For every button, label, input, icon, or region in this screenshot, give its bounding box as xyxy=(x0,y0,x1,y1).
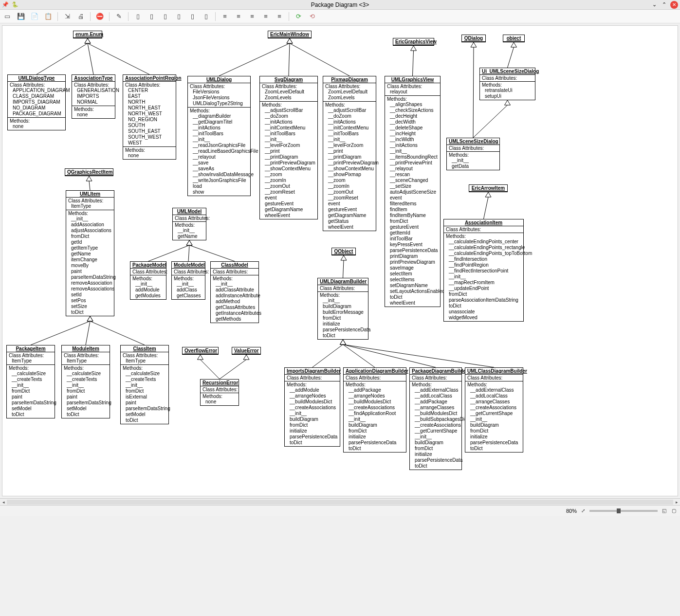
copy-icon[interactable]: 📋 xyxy=(44,12,53,21)
uml-class-ImportsDiagramBuilder[interactable]: ImportsDiagramBuilderClass Attributes:Me… xyxy=(284,367,340,447)
uml-class-UMLDialog[interactable]: UMLDialogClass Attributes: FileVersions … xyxy=(187,76,251,196)
uml-class-EricArrowItem[interactable]: EricArrowItem xyxy=(469,184,508,192)
align-3-icon[interactable]: ▯ xyxy=(161,12,169,21)
separator xyxy=(215,12,216,21)
scroll-left-icon[interactable]: ◂ xyxy=(0,500,7,505)
uml-class-UMLClassDiagramBuilder[interactable]: UMLClassDiagramBuilderClass Attributes:M… xyxy=(465,367,523,453)
scroll-track[interactable] xyxy=(7,500,673,505)
uml-class-ClassItem[interactable]: ClassItemClass Attributes: ItemTypeMetho… xyxy=(120,345,169,424)
svg-marker-45 xyxy=(340,340,346,344)
align-6-icon[interactable]: ▯ xyxy=(202,12,210,21)
minimize-icon[interactable]: ⌄ xyxy=(651,1,658,8)
uml-class-QObject[interactable]: QObject xyxy=(331,248,356,255)
zoom-fit-icon[interactable]: ◱ xyxy=(661,507,667,514)
svg-marker-27 xyxy=(87,316,93,321)
class-attributes: Class Attributes: ItemType xyxy=(62,352,110,365)
uml-class-Ui_UMLSceneSizeDialog[interactable]: Ui_UMLSceneSizeDialogClass Attributes:Me… xyxy=(479,68,535,100)
uml-class-ClassModel[interactable]: ClassModelClass Attributes:Methods: __in… xyxy=(210,261,259,323)
uml-class-ApplicationDiagramBuilder[interactable]: ApplicationDiagramBuilderClass Attribute… xyxy=(343,367,406,453)
scroll-right-icon[interactable]: ▸ xyxy=(673,500,680,505)
class-methods: Methods: __addModule __arrangeNodes __bu… xyxy=(285,381,340,446)
class-name: ClassItem xyxy=(121,345,168,352)
class-name: ModuleItem xyxy=(62,345,110,352)
uml-class-EricGraphicsView[interactable]: EricGraphicsView xyxy=(393,38,434,46)
uml-class-ModuleModel[interactable]: ModuleModelClass Attributes:Methods: __i… xyxy=(171,261,205,300)
class-name: OverflowError xyxy=(183,347,218,354)
uml-class-UMLItem[interactable]: UMLItemClass Attributes: ItemTypeMethods… xyxy=(66,190,114,316)
refresh-icon[interactable]: ⟳ xyxy=(294,12,303,21)
align-2-icon[interactable]: ▯ xyxy=(147,12,156,21)
class-methods: Methods: __adjustScrollBar __doZoom __in… xyxy=(260,102,317,219)
class-name: UMLClassDiagramBuilder xyxy=(465,368,523,375)
title-bar: 📌 🐍 Package Diagram <3> ⌄ ⌃ ✕ xyxy=(0,0,680,10)
class-name: PixmapDiagram xyxy=(323,76,376,83)
uml-class-UMLDiagramBuilder[interactable]: UMLDiagramBuilderClass Attributes:Method… xyxy=(317,278,368,340)
svg-marker-37 xyxy=(341,255,347,260)
separator xyxy=(57,12,58,21)
stop-icon[interactable]: ⛔ xyxy=(95,12,104,21)
class-name: enum.Enum xyxy=(74,31,102,38)
uml-class-QGraphicsRectItem[interactable]: QGraphicsRectItem xyxy=(65,168,113,176)
save-icon[interactable]: 💾 xyxy=(17,12,25,21)
uml-class-PixmapDiagram[interactable]: PixmapDiagramClass Attributes: ZoomLevel… xyxy=(323,76,376,231)
uml-class-enumEnum[interactable]: enum.Enum xyxy=(73,31,102,38)
svg-marker-11 xyxy=(287,38,293,43)
dist-4-icon[interactable]: ≡ xyxy=(261,12,270,21)
uml-class-AssociationPointRegion[interactable]: AssociationPointRegionClass Attributes: … xyxy=(123,74,176,160)
uml-class-PackageModel[interactable]: PackageModelClass Attributes:Methods: __… xyxy=(130,261,166,300)
new-icon[interactable]: ▭ xyxy=(3,12,12,21)
save-as-icon[interactable]: 📄 xyxy=(30,12,39,21)
edit-icon[interactable]: ✎ xyxy=(114,12,123,21)
dist-1-icon[interactable]: ≡ xyxy=(221,12,229,21)
separator xyxy=(90,12,91,21)
svg-line-42 xyxy=(343,344,436,367)
uml-class-PackageDiagramBuilder[interactable]: PackageDiagramBuilderClass Attributes:Me… xyxy=(409,367,462,470)
uml-class-PackageItem[interactable]: PackageItemClass Attributes: ItemTypeMet… xyxy=(6,345,55,418)
svg-line-12 xyxy=(413,51,414,76)
uml-class-ValueError[interactable]: ValueError xyxy=(232,347,261,355)
print-icon[interactable]: 🖨 xyxy=(76,12,85,21)
pin-icon[interactable]: 📌 xyxy=(2,1,9,8)
zoom-out-icon[interactable]: ⤢ xyxy=(580,507,587,514)
separator xyxy=(109,12,110,21)
uml-class-UMLSceneSizeDialog[interactable]: UMLSceneSizeDialogClass Attributes:Metho… xyxy=(446,138,500,170)
dist-5-icon[interactable]: ≡ xyxy=(275,12,284,21)
uml-class-RecursionError[interactable]: RecursionErrorClass Attributes:Methods: … xyxy=(200,379,239,406)
dist-2-icon[interactable]: ≡ xyxy=(234,12,243,21)
svg-marker-25 xyxy=(87,316,93,321)
diagram-canvas[interactable]: enum.EnumEricMainWindowEricGraphicsViewQ… xyxy=(2,25,678,496)
uml-class-object[interactable]: object xyxy=(503,35,525,42)
class-methods: Methods: __init__ addModule getModules xyxy=(130,275,166,299)
export-icon[interactable]: ⇲ xyxy=(63,12,72,21)
uml-class-ModuleItem[interactable]: ModuleItemClass Attributes: ItemTypeMeth… xyxy=(61,345,110,418)
uml-class-AssociationType[interactable]: AssociationTypeClass Attributes: GENERAL… xyxy=(72,74,115,119)
svg-marker-35 xyxy=(186,240,192,245)
class-attributes: Class Attributes: xyxy=(173,215,206,222)
window-title: Package Diagram <3> xyxy=(0,1,680,8)
close-icon[interactable]: ✕ xyxy=(670,1,678,9)
uml-class-OverflowError[interactable]: OverflowError xyxy=(182,347,219,355)
uml-class-EricMainWindow[interactable]: EricMainWindow xyxy=(268,31,312,38)
separator xyxy=(128,12,129,21)
zoom-actual-icon[interactable]: ▢ xyxy=(670,507,677,514)
class-name: AssociationPointRegion xyxy=(123,75,176,82)
dist-3-icon[interactable]: ≡ xyxy=(248,12,257,21)
align-4-icon[interactable]: ▯ xyxy=(174,12,183,21)
align-5-icon[interactable]: ▯ xyxy=(188,12,197,21)
class-methods: Methods: __diagramBuilder __getDiagramTi… xyxy=(188,108,250,196)
svg-line-48 xyxy=(220,360,246,379)
uml-class-UMLModel[interactable]: UMLModelClass Attributes:Methods: __init… xyxy=(172,208,206,240)
align-1-icon[interactable]: ▯ xyxy=(133,12,142,21)
horizontal-scrollbar[interactable]: ◂ ▸ xyxy=(0,498,680,505)
class-name: ImportsDiagramBuilder xyxy=(285,368,340,375)
uml-class-UMLGraphicsView[interactable]: UMLGraphicsViewClass Attributes: relayou… xyxy=(385,76,441,307)
uml-class-QDialog[interactable]: QDialog xyxy=(461,35,486,42)
svg-marker-41 xyxy=(340,340,346,344)
undo-icon[interactable]: ⟲ xyxy=(308,12,316,21)
zoom-slider[interactable] xyxy=(589,510,658,512)
maximize-icon[interactable]: ⌃ xyxy=(661,1,667,8)
uml-class-SvgDiagram[interactable]: SvgDiagramClass Attributes: ZoomLevelDef… xyxy=(259,76,318,219)
uml-class-AssociationItem[interactable]: AssociationItemClass Attributes:Methods:… xyxy=(443,219,524,322)
class-name: UMLDialogType xyxy=(8,75,65,82)
uml-class-UMLDialogType[interactable]: UMLDialogTypeClass Attributes: APPLICATI… xyxy=(7,74,66,130)
